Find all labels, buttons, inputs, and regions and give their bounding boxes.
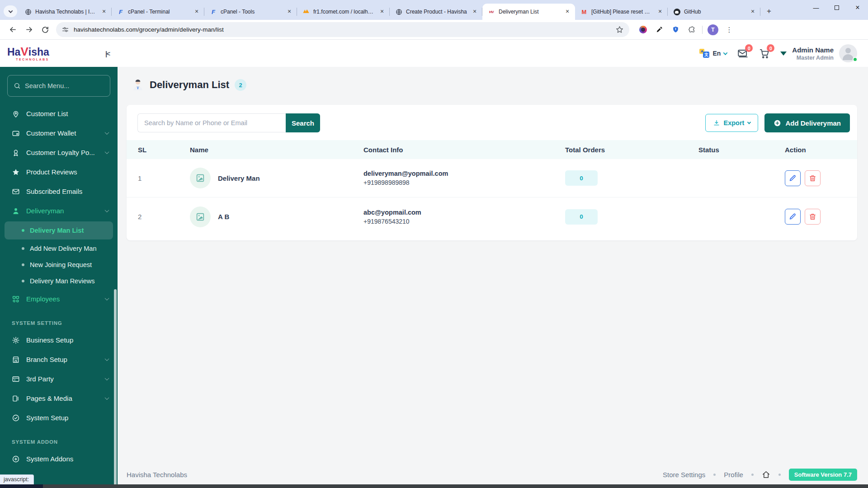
refresh-icon[interactable] bbox=[38, 23, 52, 37]
orders-cart-button[interactable]: 0 bbox=[759, 47, 770, 59]
gear-icon bbox=[12, 336, 20, 344]
bullet-dot-icon bbox=[22, 263, 24, 266]
sidebar-item-product-reviews[interactable]: Product Reviews bbox=[0, 162, 118, 182]
forward-icon[interactable] bbox=[22, 23, 36, 37]
tab-title: Havisha Technolabs | IT So bbox=[35, 9, 96, 15]
sidebar-subitem-delivery-man-list[interactable]: Delivery Man List bbox=[5, 221, 113, 239]
new-tab-button[interactable]: + bbox=[763, 5, 775, 17]
tab-close-icon[interactable]: × bbox=[656, 8, 664, 16]
profile-menu[interactable]: Admin Name Master Admin bbox=[780, 44, 857, 62]
table-search-group: Search bbox=[137, 113, 320, 132]
sidebar-collapse-icon[interactable]: |< bbox=[105, 50, 109, 57]
address-bar[interactable]: havishatechnolabs.com/grocery/admin/deli… bbox=[56, 22, 629, 37]
scrollbar-corner bbox=[0, 484, 43, 488]
online-status-dot bbox=[853, 57, 858, 62]
site-settings-icon[interactable] bbox=[61, 26, 69, 33]
table-header-row: SL Name Contact Info Total Orders Status… bbox=[127, 140, 857, 159]
language-selector[interactable]: A文 En bbox=[699, 49, 727, 58]
bullet-dot-icon bbox=[22, 229, 24, 232]
sidebar-item-subscribed-emails[interactable]: Subscribed Emails bbox=[0, 182, 118, 201]
browser-tab[interactable]: F cPanel - Tools × bbox=[204, 4, 297, 20]
export-button[interactable]: Export bbox=[705, 114, 759, 132]
table-row: 1 Delivery Man deliveryman@yopmail.com +… bbox=[127, 159, 857, 197]
section-label-system-addon: SYSTEM ADDON bbox=[0, 427, 118, 449]
sidebar-subitem-delivery-man-reviews[interactable]: Delivery Man Reviews bbox=[0, 273, 118, 289]
sidebar-subitem-new-joining-request[interactable]: New Joining Request bbox=[0, 257, 118, 273]
row-phone: +919876543210 bbox=[363, 218, 565, 225]
tab-close-icon[interactable]: × bbox=[563, 8, 571, 16]
footer-link-profile[interactable]: Profile bbox=[724, 471, 743, 479]
browser-menu-kebab-icon[interactable]: ⋮ bbox=[722, 23, 736, 37]
row-email: abc@yopmail.com bbox=[363, 209, 565, 216]
search-button[interactable]: Search bbox=[286, 113, 320, 132]
sidebar-item-system-setup[interactable]: System Setup bbox=[0, 408, 118, 427]
window-close-button[interactable]: × bbox=[847, 0, 868, 15]
search-input[interactable] bbox=[137, 113, 286, 132]
chevron-down-icon bbox=[105, 150, 109, 154]
row-name: Delivery Man bbox=[218, 174, 260, 182]
browser-tab[interactable]: GitHub × bbox=[668, 4, 760, 20]
sidebar-scrollbar[interactable] bbox=[114, 289, 117, 486]
sidebar-item-pages-media[interactable]: Pages & Media bbox=[0, 389, 118, 408]
home-icon[interactable] bbox=[762, 470, 770, 479]
extensions-puzzle-icon[interactable] bbox=[685, 23, 698, 37]
sidebar-search-input[interactable] bbox=[25, 82, 97, 89]
delete-button[interactable] bbox=[805, 209, 821, 225]
messages-button[interactable]: 0 bbox=[737, 47, 749, 59]
browser-tab[interactable]: F cPanel - Terminal × bbox=[112, 4, 204, 20]
extension-gradient-icon[interactable] bbox=[636, 23, 650, 37]
sidebar-item-customer-loyalty[interactable]: Customer Loyalty Po... bbox=[0, 143, 118, 162]
sidebar-subitem-add-new-delivery-man[interactable]: Add New Delivery Man bbox=[0, 240, 118, 257]
image-placeholder-icon bbox=[195, 212, 205, 222]
havisha-logo[interactable]: HaVisha TECHNOLABS bbox=[7, 46, 49, 61]
shield-extension-icon[interactable] bbox=[669, 23, 682, 37]
avatar[interactable] bbox=[839, 44, 857, 62]
tab-close-icon[interactable]: × bbox=[193, 8, 201, 16]
dot-separator bbox=[751, 474, 754, 476]
col-header-status: Status bbox=[698, 146, 785, 154]
sidebar-search[interactable] bbox=[7, 75, 110, 97]
sidebar-item-business-setup[interactable]: Business Setup bbox=[0, 330, 118, 350]
tab-search-chevron-icon[interactable] bbox=[4, 5, 17, 17]
browser-tab[interactable]: M [GitHub] Please reset you × bbox=[575, 4, 668, 20]
browser-tab-bar: Havisha Technolabs | IT So × F cPanel - … bbox=[0, 0, 868, 20]
sidebar-item-branch-setup[interactable]: Branch Setup bbox=[0, 350, 118, 369]
window-maximize-button[interactable] bbox=[826, 0, 847, 15]
browser-tab[interactable]: Havisha Technolabs | IT So × bbox=[19, 4, 112, 20]
browser-profile-avatar[interactable]: T bbox=[706, 23, 720, 37]
trash-icon bbox=[809, 213, 816, 221]
edit-button[interactable] bbox=[785, 209, 801, 225]
eyedropper-extension-icon[interactable] bbox=[652, 23, 666, 37]
admin-role: Master Admin bbox=[792, 55, 834, 61]
sidebar-item-employees[interactable]: Employees bbox=[0, 289, 118, 309]
url-text[interactable]: havishatechnolabs.com/grocery/admin/deli… bbox=[74, 26, 615, 33]
cart-count-badge: 0 bbox=[767, 44, 774, 52]
window-minimize-button[interactable]: — bbox=[806, 0, 826, 15]
col-header-total-orders: Total Orders bbox=[565, 146, 698, 154]
sidebar-item-customer-list[interactable]: Customer List bbox=[0, 104, 118, 123]
tab-close-icon[interactable]: × bbox=[378, 8, 386, 16]
chevron-down-icon bbox=[105, 376, 109, 380]
tab-close-icon[interactable]: × bbox=[285, 8, 293, 16]
sidebar-item-deliveryman[interactable]: Deliveryman bbox=[0, 201, 118, 221]
window-controls: — × bbox=[806, 0, 868, 15]
add-deliveryman-button[interactable]: Add Deliveryman bbox=[764, 113, 850, 132]
browser-tab[interactable]: fr1.fcomet.com / localhost × bbox=[297, 4, 390, 20]
col-header-action: Action bbox=[785, 146, 857, 154]
page-title: Deliveryman List bbox=[150, 79, 229, 91]
browser-tab-active[interactable]: HV Deliveryman List × bbox=[482, 4, 575, 20]
tab-close-icon[interactable]: × bbox=[471, 8, 479, 16]
tab-close-icon[interactable]: × bbox=[100, 8, 108, 16]
bookmark-star-icon[interactable] bbox=[615, 25, 624, 34]
delete-button[interactable] bbox=[805, 170, 821, 186]
sidebar-item-customer-wallet[interactable]: Customer Wallet bbox=[0, 123, 118, 143]
sidebar-item-system-addons[interactable]: System Addons bbox=[0, 449, 118, 469]
back-icon[interactable] bbox=[5, 23, 20, 37]
sidebar-item-3rd-party[interactable]: 3rd Party bbox=[0, 369, 118, 389]
footer-link-store-settings[interactable]: Store Settings bbox=[663, 471, 705, 479]
edit-button[interactable] bbox=[785, 170, 801, 186]
browser-tab[interactable]: Create Product - Havisha × bbox=[390, 4, 482, 20]
tab-close-icon[interactable]: × bbox=[749, 8, 757, 16]
phpmyadmin-icon bbox=[302, 8, 310, 15]
horizontal-scrollbar[interactable] bbox=[0, 484, 868, 488]
